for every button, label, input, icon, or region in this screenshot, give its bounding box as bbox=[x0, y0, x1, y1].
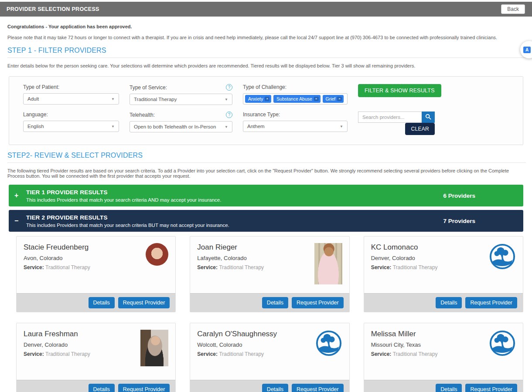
remove-tag-icon[interactable]: × bbox=[337, 97, 342, 101]
provider-name: Caralyn O'Shaughnessy bbox=[197, 330, 277, 338]
help-icon[interactable]: ? bbox=[226, 112, 232, 118]
provider-location: Missouri City, Texas bbox=[371, 341, 438, 348]
provider-service: Service: Traditional Therapy bbox=[24, 264, 90, 270]
service-label: Service: bbox=[24, 264, 45, 270]
service-label: Service: bbox=[24, 351, 45, 357]
search-input[interactable] bbox=[358, 112, 422, 123]
provider-service: Service: Traditional Therapy bbox=[24, 351, 90, 357]
provider-photo-image bbox=[146, 243, 168, 266]
telehealth-select[interactable]: Open to both Telehealth or In-Person ▼ bbox=[130, 121, 232, 132]
language-value: English bbox=[27, 124, 44, 129]
collapse-minus-icon[interactable]: − bbox=[14, 217, 22, 224]
step1-description: Enter details below for the person seeki… bbox=[7, 63, 526, 68]
filter-language: Language: English ▼ bbox=[23, 112, 119, 135]
filter-type-of-service: Type of Service: ? Traditional Therapy ▼ bbox=[130, 84, 232, 105]
expand-plus-icon[interactable]: + bbox=[14, 192, 22, 199]
type-of-patient-value: Adult bbox=[27, 96, 39, 101]
provider-photo-image bbox=[140, 330, 168, 366]
insurance-type-value: Anthem bbox=[247, 124, 265, 129]
service-label: Service: bbox=[371, 264, 393, 270]
type-of-patient-select[interactable]: Adult ▼ bbox=[23, 93, 119, 105]
provider-name: KC Lomonaco bbox=[371, 243, 438, 252]
request-provider-button[interactable]: Request Provider bbox=[465, 297, 517, 308]
language-select[interactable]: English ▼ bbox=[23, 121, 119, 132]
telehealth-label: Telehealth: bbox=[130, 112, 155, 118]
tier1-title: TIER 1 PROVIDER RESULTS bbox=[26, 189, 443, 196]
challenge-tag[interactable]: Substance Abuse× bbox=[273, 95, 320, 103]
filter-telehealth: Telehealth: ? Open to both Telehealth or… bbox=[130, 112, 232, 135]
search-icon bbox=[425, 114, 431, 121]
remove-tag-icon[interactable]: × bbox=[265, 97, 269, 101]
provider-service: Service: Traditional Therapy bbox=[197, 351, 277, 357]
provider-photo bbox=[140, 330, 168, 375]
chevron-down-icon: ▼ bbox=[225, 125, 228, 129]
provider-card: KC Lomonaco Denver, Colorado Service: Tr… bbox=[364, 236, 523, 312]
chevron-down-icon: ▼ bbox=[225, 98, 228, 101]
challenge-tag[interactable]: Anxiety× bbox=[245, 95, 271, 103]
request-provider-button[interactable]: Request Provider bbox=[292, 297, 344, 308]
type-of-service-select[interactable]: Traditional Therapy ▼ bbox=[130, 94, 232, 105]
tier1-subtitle: This includes Providers that match your … bbox=[26, 197, 443, 203]
search-button[interactable] bbox=[422, 112, 435, 123]
provider-photo bbox=[489, 330, 516, 375]
remove-tag-icon[interactable]: × bbox=[314, 97, 319, 101]
provider-card: Laura Freshman Denver, Colorado Service:… bbox=[16, 323, 176, 392]
service-value: Traditional Therapy bbox=[45, 351, 90, 357]
tree-logo-icon bbox=[489, 243, 516, 270]
filter-actions-row1: FILTER & SHOW RESULTS bbox=[358, 84, 441, 105]
provider-photo bbox=[146, 243, 168, 289]
request-provider-button[interactable]: Request Provider bbox=[292, 384, 344, 392]
service-value: Traditional Therapy bbox=[393, 351, 438, 357]
details-button[interactable]: Details bbox=[262, 297, 288, 308]
insurance-type-label: Insurance Type: bbox=[243, 112, 280, 118]
provider-photo-image bbox=[314, 243, 342, 284]
type-of-service-value: Traditional Therapy bbox=[134, 97, 177, 102]
provider-location: Denver, Colorado bbox=[371, 255, 438, 261]
request-provider-button[interactable]: Request Provider bbox=[465, 384, 517, 392]
service-label: Service: bbox=[371, 351, 393, 357]
tier1-header[interactable]: + TIER 1 PROVIDER RESULTS This includes … bbox=[9, 185, 523, 206]
details-button[interactable]: Details bbox=[262, 384, 288, 392]
service-value: Traditional Therapy bbox=[219, 264, 264, 270]
details-button[interactable]: Details bbox=[436, 297, 462, 308]
provider-service: Service: Traditional Therapy bbox=[371, 351, 438, 357]
challenge-tags-input[interactable]: Anxiety×Substance Abuse×Grief× bbox=[243, 93, 348, 105]
step2-description: The following tiered Provider results ar… bbox=[7, 168, 526, 179]
provider-location: Lafayette, Colorado bbox=[197, 255, 264, 261]
filter-insurance-type: Insurance Type: Anthem ▼ bbox=[243, 112, 348, 135]
chevron-down-icon: ▼ bbox=[111, 97, 115, 101]
provider-service: Service: Traditional Therapy bbox=[371, 264, 438, 270]
request-provider-button[interactable]: Request Provider bbox=[118, 297, 170, 308]
provider-photo bbox=[315, 330, 342, 375]
tier2-header[interactable]: − TIER 2 PROVIDER RESULTS This includes … bbox=[9, 210, 523, 232]
service-value: Traditional Therapy bbox=[393, 264, 438, 270]
step1-heading: STEP 1 - FILTER PROVIDERS bbox=[7, 47, 526, 58]
tree-logo-icon bbox=[315, 330, 342, 357]
provider-photo bbox=[489, 243, 516, 289]
provider-card: Caralyn O'Shaughnessy Wolcott, Colorado … bbox=[190, 323, 349, 392]
request-provider-button[interactable]: Request Provider bbox=[118, 384, 170, 392]
service-value: Traditional Therapy bbox=[45, 264, 90, 270]
challenge-tag[interactable]: Grief× bbox=[323, 95, 344, 103]
step2-heading: STEP2- REVIEW & SELECT PROVIDERS bbox=[7, 152, 526, 163]
filter-actions-row2: CLEAR bbox=[358, 112, 435, 135]
service-value: Traditional Therapy bbox=[219, 351, 264, 357]
provider-name: Laura Freshman bbox=[24, 330, 90, 338]
provider-name: Stacie Freudenberg bbox=[24, 243, 90, 252]
insurance-type-select[interactable]: Anthem ▼ bbox=[243, 121, 348, 132]
filter-type-of-challenge: Type of Challenge: Anxiety×Substance Abu… bbox=[243, 84, 348, 105]
details-button[interactable]: Details bbox=[89, 297, 115, 308]
details-button[interactable]: Details bbox=[89, 384, 115, 392]
details-button[interactable]: Details bbox=[436, 384, 462, 392]
provider-grid: Stacie Freudenberg Avon, Colorado Servic… bbox=[16, 236, 523, 392]
provider-location: Wolcott, Colorado bbox=[197, 341, 277, 348]
provider-card: Melissa Miller Missouri City, Texas Serv… bbox=[364, 323, 523, 392]
help-icon[interactable]: ? bbox=[226, 84, 232, 91]
clear-button[interactable]: CLEAR bbox=[405, 123, 435, 135]
provider-service: Service: Traditional Therapy bbox=[197, 264, 264, 270]
tier2-subtitle: This includes Providers that match your … bbox=[26, 223, 443, 228]
back-button[interactable]: Back bbox=[501, 4, 525, 14]
service-label: Service: bbox=[197, 351, 219, 357]
provider-location: Denver, Colorado bbox=[24, 341, 90, 348]
filter-show-results-button[interactable]: FILTER & SHOW RESULTS bbox=[358, 84, 441, 97]
